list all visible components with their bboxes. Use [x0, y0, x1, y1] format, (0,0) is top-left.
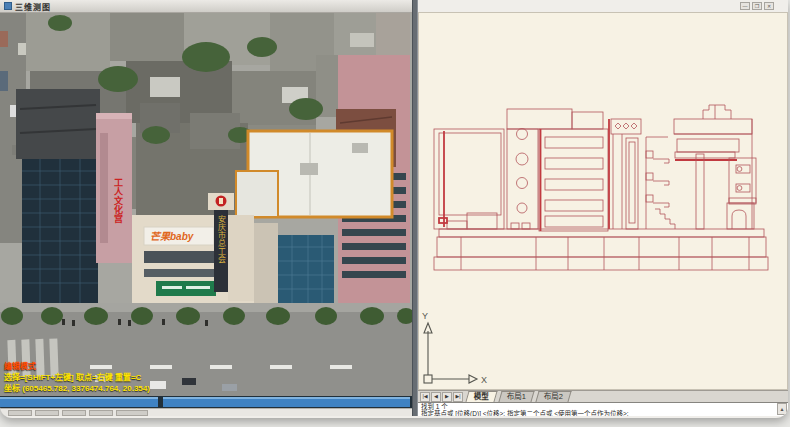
union-sign-text: 安庆市总工会	[217, 214, 226, 264]
minimize-button[interactable]: —	[740, 2, 750, 10]
cad-window-buttons: — ❐ ✕	[740, 2, 774, 10]
ucs-x-label: X	[481, 375, 487, 385]
viewport-hud: 编辑模式 选择=[SHIFT+左键] 取点=右键 重置=C 坐标 (605465…	[4, 361, 150, 394]
aerial-photo: 工人文化宫 芒果baby 安庆市总工会	[0, 13, 412, 408]
left-statusbar	[0, 408, 412, 416]
wall-sign-text: 工人文化宫	[113, 178, 124, 224]
status-segment[interactable]	[89, 410, 113, 416]
restore-button[interactable]: ❐	[752, 2, 762, 10]
cad-drawing-canvas[interactable]: Y X	[418, 12, 788, 390]
command-line-area[interactable]: 找到 1 个 指定基点或 [位移(D)] <位移>: 指定第二个点或 <使用第一…	[418, 402, 788, 416]
elevation-drawing	[434, 105, 768, 270]
panel-3d-view: 三维测图	[0, 0, 412, 416]
ucs-y-label: Y	[422, 311, 428, 321]
hud-mode-line: 编辑模式	[4, 361, 150, 372]
blue-strip	[0, 396, 412, 408]
left-panel-titlebar[interactable]: 三维测图	[0, 0, 412, 13]
tab-nav-last-icon[interactable]: ▶|	[453, 392, 463, 402]
status-segment[interactable]	[35, 410, 59, 416]
banner-text: 芒果baby	[150, 231, 194, 242]
status-segment[interactable]	[8, 410, 32, 416]
tab-nav-prev-icon[interactable]: ◀	[431, 392, 441, 402]
left-panel-title: 三维测图	[15, 1, 51, 12]
application-window: 三维测图	[0, 0, 788, 418]
screenshot-stage: 三维测图	[0, 0, 790, 427]
aerial-photo-viewport[interactable]: 工人文化宫 芒果baby 安庆市总工会	[0, 13, 412, 408]
white-roof	[236, 131, 392, 217]
3d-view-icon	[4, 2, 12, 10]
tab-nav-next-icon[interactable]: ▶	[442, 392, 452, 402]
pink-tower: 工人文化宫	[96, 113, 132, 263]
status-segment[interactable]	[116, 410, 148, 416]
hud-coords-line: 坐标 (605465.782, 3376474.764, 20.354)	[4, 383, 150, 394]
status-segment[interactable]	[62, 410, 86, 416]
tab-nav-first-icon[interactable]: |◀	[420, 392, 430, 402]
blue-glass-facade	[254, 223, 334, 303]
ucs-icon: Y X	[422, 311, 487, 385]
panel-cad: — ❐ ✕	[418, 0, 788, 416]
tab-layout2[interactable]: 布局2	[536, 391, 572, 402]
tab-layout1[interactable]: 布局1	[498, 391, 534, 402]
dark-glass-building	[16, 89, 100, 303]
cad-titlebar: — ❐ ✕	[418, 0, 788, 12]
command-scroll-up-icon[interactable]: ▲	[777, 403, 787, 415]
command-prompt-line: 指定基点或 [位移(D)] <位移>: 指定第二个点或 <使用第一个点作为位移>…	[421, 410, 776, 416]
tab-model[interactable]: 模型	[465, 391, 497, 402]
command-history-line: 找到 1 个	[421, 403, 776, 410]
hud-help-line: 选择=[SHIFT+左键] 取点=右键 重置=C	[4, 372, 150, 383]
cad-tabbar: |◀ ◀ ▶ ▶| 模型 布局1 布局2	[418, 390, 788, 402]
close-button[interactable]: ✕	[764, 2, 774, 10]
